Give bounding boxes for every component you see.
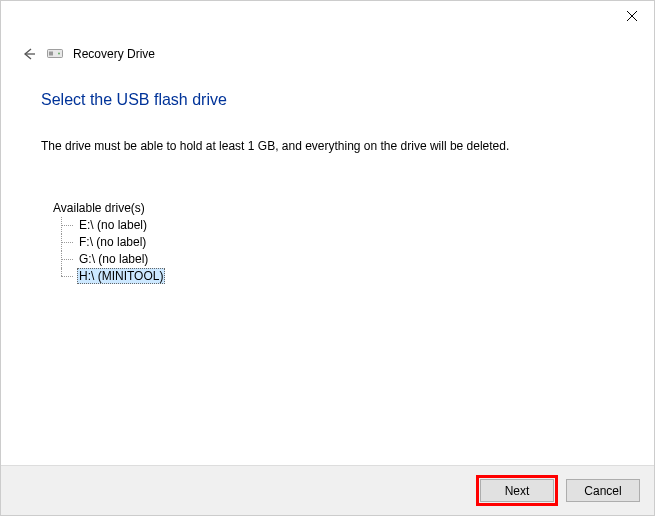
- page-heading: Select the USB flash drive: [41, 91, 614, 109]
- back-arrow-icon: [20, 46, 36, 62]
- instruction-text: The drive must be able to hold at least …: [41, 139, 614, 153]
- content-area: Select the USB flash drive The drive mus…: [1, 63, 654, 285]
- drive-item[interactable]: F:\ (no label): [61, 234, 614, 251]
- cancel-button[interactable]: Cancel: [566, 479, 640, 502]
- wizard-header: Recovery Drive: [1, 31, 654, 63]
- recovery-drive-icon: [47, 48, 63, 60]
- back-button[interactable]: [19, 45, 37, 63]
- drives-tree: E:\ (no label) F:\ (no label) G:\ (no la…: [53, 217, 614, 285]
- titlebar: [1, 1, 654, 31]
- drives-section: Available drive(s) E:\ (no label) F:\ (n…: [41, 201, 614, 285]
- next-button-highlight: Next: [476, 475, 558, 506]
- next-button[interactable]: Next: [480, 479, 554, 502]
- svg-rect-4: [49, 52, 53, 56]
- drive-item[interactable]: E:\ (no label): [61, 217, 614, 234]
- close-button[interactable]: [609, 1, 654, 31]
- wizard-title: Recovery Drive: [73, 47, 155, 61]
- drive-item[interactable]: G:\ (no label): [61, 251, 614, 268]
- close-icon: [627, 11, 637, 21]
- available-drives-label: Available drive(s): [53, 201, 614, 215]
- svg-point-5: [58, 53, 60, 55]
- wizard-footer: Next Cancel: [1, 465, 654, 515]
- drive-item-selected[interactable]: H:\ (MINITOOL): [61, 268, 614, 285]
